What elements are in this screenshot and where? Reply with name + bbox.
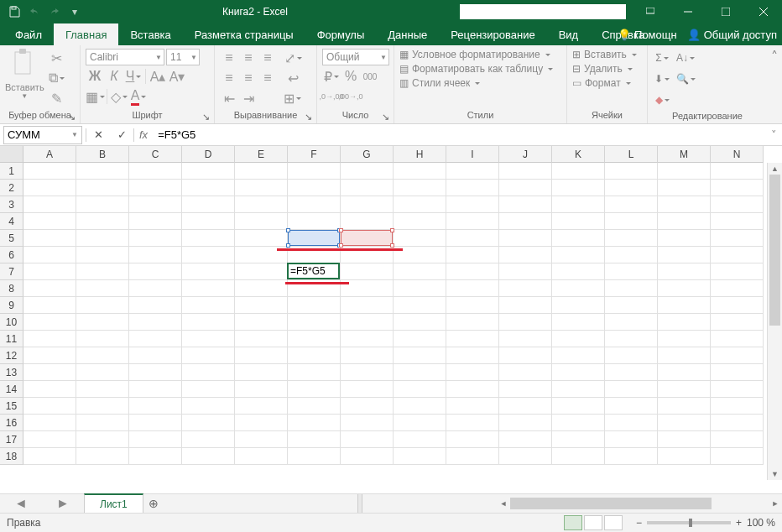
sort-filter-icon[interactable]: A↓ [676, 49, 695, 67]
align-top-icon[interactable]: ≡ [220, 49, 238, 67]
cell[interactable] [499, 196, 552, 213]
cell[interactable] [235, 280, 288, 297]
cell[interactable] [341, 213, 394, 230]
italic-button[interactable]: К [105, 67, 123, 86]
cell[interactable] [446, 314, 499, 331]
cell[interactable] [658, 163, 711, 180]
cell[interactable] [288, 347, 341, 364]
cell[interactable] [235, 347, 288, 364]
cell[interactable] [394, 364, 446, 381]
cell[interactable] [658, 180, 711, 196]
cell[interactable] [76, 415, 129, 431]
cell[interactable] [182, 180, 235, 196]
cell[interactable] [499, 448, 552, 465]
cell[interactable] [499, 163, 552, 180]
cell[interactable] [182, 213, 235, 230]
row-header[interactable]: 5 [0, 230, 23, 247]
cell[interactable] [552, 415, 605, 431]
cell[interactable] [446, 163, 499, 180]
cell[interactable] [76, 381, 129, 398]
cell[interactable] [552, 180, 605, 196]
cell[interactable] [341, 448, 394, 465]
column-header[interactable]: N [711, 146, 764, 163]
row-header[interactable]: 11 [0, 331, 23, 347]
enter-formula-icon[interactable]: ✓ [110, 126, 133, 144]
cell[interactable] [711, 280, 764, 297]
cell[interactable] [499, 263, 552, 280]
cell[interactable] [446, 448, 499, 465]
cell[interactable] [446, 196, 499, 213]
cell[interactable] [499, 297, 552, 314]
align-right-icon[interactable]: ≡ [258, 69, 277, 87]
merge-cells-icon[interactable]: ⊞ [283, 89, 301, 107]
cell[interactable] [446, 247, 499, 263]
cell[interactable] [288, 297, 341, 314]
cell[interactable] [129, 415, 182, 431]
fill-icon[interactable]: ⬇ [653, 70, 671, 88]
cell[interactable] [129, 213, 182, 230]
cell[interactable] [23, 263, 76, 280]
bold-button[interactable]: Ж [86, 67, 104, 86]
cell[interactable] [288, 314, 341, 331]
cell[interactable] [182, 297, 235, 314]
tab-home[interactable]: Главная [54, 23, 118, 45]
cell[interactable] [658, 415, 711, 431]
cell[interactable] [341, 180, 394, 196]
cell[interactable] [76, 331, 129, 347]
cell[interactable] [711, 297, 764, 314]
cell[interactable] [446, 431, 499, 448]
row-header[interactable]: 16 [0, 415, 23, 431]
cell[interactable] [341, 163, 394, 180]
decrease-font-icon[interactable]: A▾ [168, 67, 186, 86]
row-header[interactable]: 14 [0, 381, 23, 398]
cell[interactable] [605, 280, 658, 297]
tab-scroll-splitter[interactable] [357, 494, 362, 513]
cell[interactable] [288, 415, 341, 431]
row-header[interactable]: 12 [0, 347, 23, 364]
cell[interactable] [711, 230, 764, 247]
clear-icon[interactable]: ◆ [653, 91, 671, 109]
cell[interactable] [605, 180, 658, 196]
cell[interactable] [499, 280, 552, 297]
cell[interactable] [499, 180, 552, 196]
cell[interactable] [394, 398, 446, 415]
maximize-icon[interactable] [706, 0, 744, 23]
cell[interactable] [23, 163, 76, 180]
row-header[interactable]: 4 [0, 213, 23, 230]
collapse-ribbon-icon[interactable]: ˄ [767, 45, 782, 123]
cell[interactable] [235, 297, 288, 314]
row-header[interactable]: 1 [0, 163, 23, 180]
column-header[interactable]: B [76, 146, 129, 163]
cell[interactable] [711, 263, 764, 280]
format-cells-button[interactable]: ▭Формат [572, 77, 631, 89]
cell[interactable] [23, 347, 76, 364]
hscroll-thumb[interactable] [510, 498, 712, 509]
orientation-icon[interactable]: ⤢ [284, 49, 302, 67]
font-color-icon[interactable]: A [129, 87, 148, 106]
cell[interactable] [394, 415, 446, 431]
cell[interactable] [182, 314, 235, 331]
cell[interactable] [76, 180, 129, 196]
cell[interactable] [658, 431, 711, 448]
cell[interactable] [552, 280, 605, 297]
cell[interactable] [23, 247, 76, 263]
align-bottom-icon[interactable]: ≡ [258, 49, 277, 67]
cells-area[interactable] [23, 163, 767, 480]
horizontal-scrollbar[interactable]: ◄ ► [497, 494, 782, 513]
cell[interactable] [76, 431, 129, 448]
cell[interactable] [658, 347, 711, 364]
cell[interactable] [499, 213, 552, 230]
cell[interactable] [711, 364, 764, 381]
cell[interactable] [341, 398, 394, 415]
column-header[interactable]: K [552, 146, 605, 163]
cell[interactable] [605, 415, 658, 431]
row-header[interactable]: 3 [0, 196, 23, 213]
cell[interactable] [182, 431, 235, 448]
cell[interactable] [129, 230, 182, 247]
cut-icon[interactable]: ✂ [48, 49, 66, 67]
cell[interactable] [711, 431, 764, 448]
column-header[interactable]: A [23, 146, 76, 163]
cell[interactable] [76, 163, 129, 180]
cell[interactable] [552, 230, 605, 247]
cell[interactable] [288, 196, 341, 213]
